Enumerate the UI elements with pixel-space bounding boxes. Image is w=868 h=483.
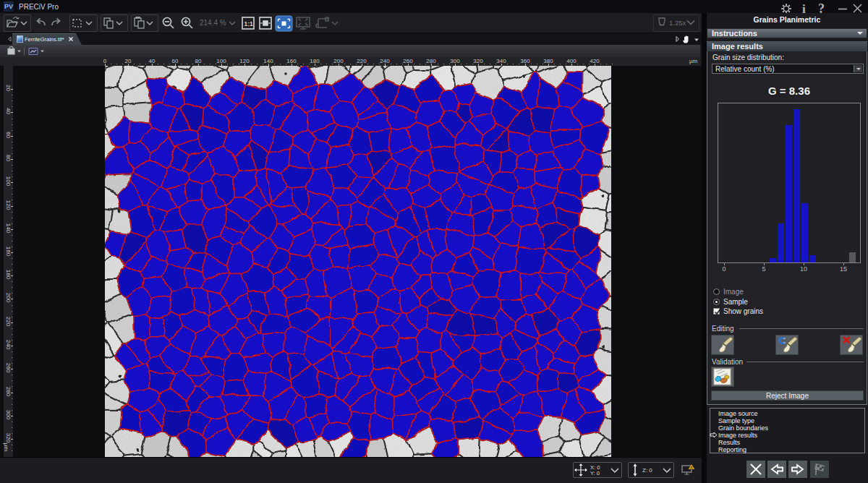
svg-text:1:1: 1:1 <box>244 20 254 27</box>
svg-text:Z: 0: Z: 0 <box>642 467 652 474</box>
svg-text:Y: 0: Y: 0 <box>590 470 600 476</box>
svg-text:1.25x: 1.25x <box>669 19 686 27</box>
svg-text:!: ! <box>691 466 692 470</box>
svg-text:214.4 %: 214.4 % <box>200 19 226 27</box>
